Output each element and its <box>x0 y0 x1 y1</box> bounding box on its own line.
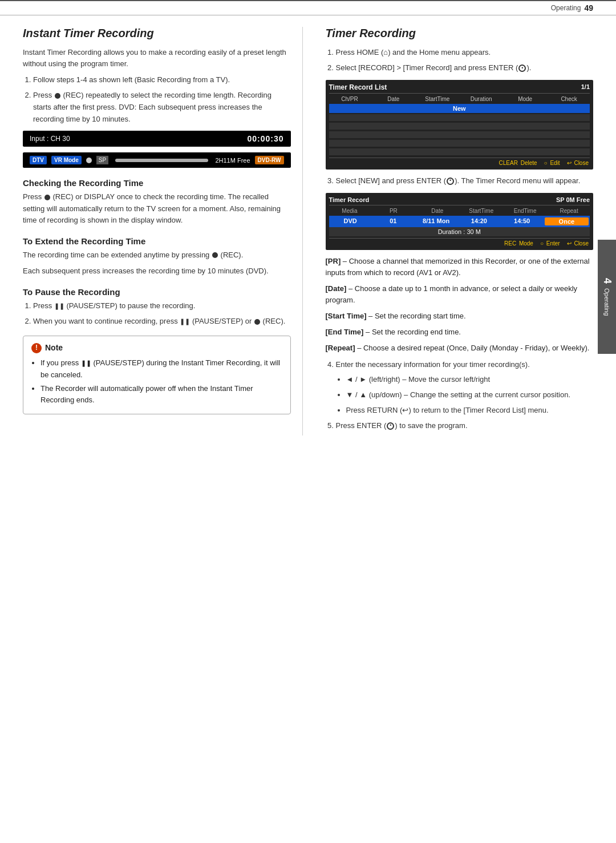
right-column: Timer Recording Press HOME (⌂) and the H… <box>320 27 594 435</box>
instant-step-2: Press (REC) repeatedly to select the rec… <box>33 90 291 125</box>
content-area: Instant Timer Recording Instant Timer Re… <box>0 27 616 435</box>
instant-intro: Instant Timer Recording allows you to ma… <box>23 47 291 70</box>
tr-title: Timer Record <box>329 196 370 203</box>
instant-timer-title: Instant Timer Recording <box>23 27 291 40</box>
timer-steps-list: Press HOME (⌂) and the Home menu appears… <box>326 47 594 74</box>
trl-col-chpr: Ch/PR <box>330 96 370 102</box>
input-display-box2: DTV VR Mode SP 2H11M Free DVD-RW <box>23 152 291 168</box>
tr-enter: ○ Enter <box>540 240 560 247</box>
note-box: ! Note If you press ❚❚ (PAUSE/STEP) duri… <box>23 336 291 414</box>
tr-col-starttime: StartTime <box>460 208 502 214</box>
bullet-return: Press RETURN (↩) to return to the [Timer… <box>346 405 594 417</box>
trl-col-starttime: StartTime <box>418 96 457 102</box>
timer-steps-4-5: Enter the necessary information for your… <box>326 359 594 432</box>
trl-row-2 <box>329 123 590 130</box>
tr-sub-row: Duration : 30 M <box>329 227 590 236</box>
pause-icon-2: ❚❚ <box>180 317 190 327</box>
return-icon: ↩ <box>402 405 408 417</box>
note-icon: ! <box>31 343 42 353</box>
trl-new-row: New <box>329 104 590 113</box>
tr-col-pr: PR <box>372 208 414 214</box>
tr-col-date: Date <box>416 208 458 214</box>
rec-circle-4 <box>254 319 260 325</box>
def-starttime: [Start Time] – Set the recording start t… <box>326 310 594 322</box>
time-display: 00:00:30 <box>247 134 283 143</box>
free-space: 2H11M Free <box>215 157 250 164</box>
bullet-leftright: ◄ / ► (left/right) – Move the cursor lef… <box>346 374 594 386</box>
def-repeat: [Repeat] – Choose a desired repeat (Once… <box>326 342 594 354</box>
left-column: Instant Timer Recording Instant Timer Re… <box>23 27 303 435</box>
def-endtime: [End Time] – Set the recording end time. <box>326 326 594 338</box>
timer-record-box: Timer Record SP 0M Free Media PR Date St… <box>326 193 594 250</box>
operating-label: Operating <box>551 4 581 12</box>
trl-col-date: Date <box>374 96 413 102</box>
tr-repeat: Once <box>545 217 589 225</box>
trl-title: Timer Record List <box>329 83 387 91</box>
tr-mode: REC Mode <box>504 240 533 247</box>
tr-start: 14:20 <box>459 217 499 225</box>
timer-recording-title: Timer Recording <box>326 27 594 40</box>
enter-icon-2 <box>447 178 454 185</box>
tr-pr: 01 <box>373 217 414 225</box>
tr-media: DVD <box>330 217 371 225</box>
trl-row-4 <box>329 140 590 147</box>
enter-icon-3 <box>387 422 394 430</box>
tr-data-row: DVD 01 8/11 Mon 14:20 14:50 Once <box>329 216 590 227</box>
trl-header: Timer Record List 1/1 <box>329 83 590 94</box>
dvdrw-badge: DVD-RW <box>255 156 284 164</box>
timer-record-list-box: Timer Record List 1/1 Ch/PR Date StartTi… <box>326 80 594 170</box>
input-display-box: Input : CH 30 00:00:30 <box>23 131 291 147</box>
def-pr: [PR] – Choose a channel that memorized i… <box>326 256 594 279</box>
pause-steps-list: Press ❚❚ (PAUSE/STEP) to pause the recor… <box>23 300 291 328</box>
dot-icon <box>86 158 92 163</box>
pause-title: To Pause the Recording <box>23 287 291 297</box>
tr-columns: Media PR Date StartTime EndTime Repeat <box>329 208 590 214</box>
input-label: Input : CH 30 <box>30 135 70 143</box>
pause-step-2: When you want to continue recording, pre… <box>33 316 291 328</box>
note-title: ! Note <box>31 342 282 354</box>
pause-note-icon: ❚❚ <box>81 358 91 368</box>
tr-col-media: Media <box>329 208 371 214</box>
trl-col-duration: Duration <box>461 96 501 102</box>
trl-columns: Ch/PR Date StartTime Duration Mode Check <box>329 96 590 102</box>
dtv-badge: DTV <box>30 156 47 164</box>
tr-col-repeat: Repeat <box>548 208 590 214</box>
trl-footer: CLEAR Delete ○ Edit ↩ Close <box>329 158 590 166</box>
trl-col-check: Check <box>549 96 589 102</box>
tr-date: 8/11 Mon <box>416 217 456 225</box>
timer-step-5: Press ENTER () to save the program. <box>336 420 594 432</box>
pause-icon-1: ❚❚ <box>54 301 64 312</box>
trl-delete: CLEAR Delete <box>499 160 537 166</box>
extend-text1: The recording time can be extended anyti… <box>23 249 291 261</box>
trl-col-mode: Mode <box>505 96 545 102</box>
check-text: Press (REC) or DISPLAY once to check the… <box>23 191 291 225</box>
trl-close: ↩ Close <box>567 160 589 166</box>
home-icon: ⌂ <box>383 47 388 59</box>
timer-step-2: Select [RECORD] > [Timer Record] and pre… <box>336 62 594 74</box>
tr-col-endtime: EndTime <box>504 208 546 214</box>
pause-step-1: Press ❚❚ (PAUSE/STEP) to pause the recor… <box>33 300 291 312</box>
timer-step-3: Select [NEW] and press ENTER (). The Tim… <box>336 175 594 187</box>
extend-text2: Each subsequent press increases the reco… <box>23 265 291 277</box>
timer-bullets: ◄ / ► (left/right) – Move the cursor lef… <box>336 374 594 417</box>
enter-icon-1 <box>518 64 526 72</box>
timer-step-4: Enter the necessary information for your… <box>336 359 594 417</box>
trl-row-3 <box>329 131 590 138</box>
page-number: 49 <box>584 3 593 13</box>
note-item-1: If you press ❚❚ (PAUSE/STEP) during the … <box>40 357 282 380</box>
trl-page: 1/1 <box>581 83 590 91</box>
input-left-info: Input : CH 30 <box>30 135 70 143</box>
vr-badge: VR Mode <box>51 156 82 164</box>
note-item-2: The Recorder will automatically power of… <box>40 383 282 406</box>
side-tab: 4 Operating <box>598 240 616 354</box>
tr-free: SP 0M Free <box>556 196 590 203</box>
rec-circle-3 <box>212 252 218 258</box>
note-list: If you press ❚❚ (PAUSE/STEP) during the … <box>31 357 282 406</box>
extend-title: To Extend the Recording Time <box>23 236 291 246</box>
side-tab-number: 4 <box>601 278 613 284</box>
timer-step-3-list: Select [NEW] and press ENTER (). The Tim… <box>326 175 594 187</box>
instant-step-1: Follow steps 1-4 as shown left (Basic Re… <box>33 74 291 86</box>
bullet-updown: ▼ / ▲ (up/down) – Change the setting at … <box>346 389 594 401</box>
rec-circle-2 <box>44 195 50 200</box>
top-bar: Operating 49 <box>0 0 616 15</box>
